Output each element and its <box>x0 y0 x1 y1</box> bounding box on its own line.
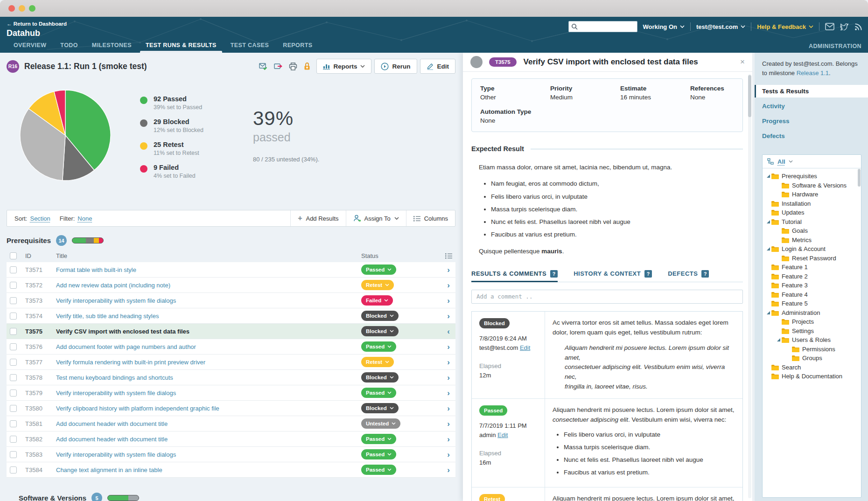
test-title-link[interactable]: Verify interoperability with system file… <box>56 390 361 397</box>
table-row-t3578[interactable]: T3578Test menu keyboard bindings and sho… <box>7 370 455 385</box>
chevron-right-icon[interactable]: › <box>447 389 450 397</box>
test-title-link[interactable]: Add document header with document title <box>56 420 361 427</box>
close-icon[interactable]: × <box>740 57 745 67</box>
chevron-right-icon[interactable]: › <box>447 451 450 459</box>
detail-tab-results-comments[interactable]: RESULTS & COMMENTS? <box>471 270 558 282</box>
tree-item-help-documentation[interactable]: Help & Documentation <box>763 372 861 381</box>
tree-item-feature-1[interactable]: Feature 1 <box>763 263 861 272</box>
tree-item-tutorial[interactable]: Tutorial <box>763 217 861 227</box>
row-checkbox[interactable] <box>10 328 17 335</box>
chevron-right-icon[interactable]: › <box>447 343 450 351</box>
row-checkbox[interactable] <box>10 374 17 381</box>
expand-caret[interactable] <box>765 311 771 315</box>
status-pill-untested[interactable]: Untested <box>361 418 400 429</box>
test-title-text[interactable]: Add document footer with page numbers an… <box>56 343 196 350</box>
test-title-link[interactable]: Format table with built-in style <box>56 266 361 273</box>
sort-value-link[interactable]: Section <box>30 215 50 222</box>
table-row-t3582[interactable]: T3582Add document header with document t… <box>7 431 455 447</box>
test-title-text[interactable]: Change text alignment in an inline table <box>56 466 162 473</box>
status-pill-blocked[interactable]: Blocked <box>361 403 399 413</box>
status-pill-blocked[interactable]: Blocked <box>361 311 399 321</box>
table-row-t3577[interactable]: T3577Verify formula rendering with built… <box>7 355 455 370</box>
tree-item-feature-5[interactable]: Feature 5 <box>763 299 861 308</box>
tree-item-installation[interactable]: Installation <box>763 199 861 209</box>
tree-scrollbar-thumb[interactable] <box>858 169 861 187</box>
test-title-link[interactable]: Add document header with document title <box>56 436 361 443</box>
filter-value-link[interactable]: None <box>77 215 92 222</box>
tree-item-groups[interactable]: Groups <box>763 354 861 363</box>
status-pill-blocked[interactable]: Blocked <box>479 318 510 328</box>
sidebar-item-defects[interactable]: Defects <box>755 130 868 142</box>
email-icon[interactable] <box>825 23 834 30</box>
expand-caret-icon[interactable] <box>766 311 770 315</box>
administration-link[interactable]: ADMINISTRATION <box>809 43 861 49</box>
chevron-right-icon[interactable]: › <box>447 374 450 382</box>
status-pill-blocked[interactable]: Blocked <box>361 372 399 383</box>
test-title-link[interactable]: Verify interoperability with system file… <box>56 297 361 304</box>
help-icon[interactable]: ? <box>701 270 709 278</box>
row-checkbox[interactable] <box>10 390 17 397</box>
test-title-text[interactable]: Test menu keyboard bindings and shortcut… <box>56 374 173 381</box>
email-notification-icon[interactable] <box>259 63 268 70</box>
chevron-right-icon[interactable]: › <box>447 466 450 474</box>
tree-item-administration[interactable]: Administration <box>763 308 861 318</box>
status-pill-retest[interactable]: Retest <box>361 357 394 367</box>
test-title-link[interactable]: Add document footer with page numbers an… <box>56 343 361 350</box>
table-row-t3573[interactable]: T3573Verify interoperability with system… <box>7 293 455 308</box>
table-row-t3571[interactable]: T3571Format table with built-in stylePas… <box>7 262 455 278</box>
test-title-text[interactable]: Verify formula rendering with built-in p… <box>56 359 205 366</box>
test-title-text[interactable]: Verify interoperability with system file… <box>56 451 176 458</box>
table-row-t3574[interactable]: T3574Verify title, sub title and heading… <box>7 308 455 324</box>
table-row-t3576[interactable]: T3576Add document footer with page numbe… <box>7 339 455 355</box>
edit-link[interactable]: Edit <box>520 344 530 351</box>
tree-item-hardware[interactable]: Hardware <box>763 190 861 199</box>
lock-icon[interactable] <box>303 62 311 70</box>
status-pill-blocked[interactable]: Blocked <box>361 326 399 336</box>
status-pill-failed[interactable]: Failed <box>361 295 393 306</box>
tree-item-software-versions[interactable]: Software & Versions <box>763 181 861 190</box>
table-row-t3584[interactable]: T3584Change text alignment in an inline … <box>7 462 455 478</box>
tab-overview[interactable]: OVERVIEW <box>7 40 53 53</box>
test-title-text[interactable]: Format table with built-in style <box>56 266 136 273</box>
chevron-right-icon[interactable]: › <box>447 281 450 289</box>
table-row-t3572[interactable]: T3572Add new review data point (includin… <box>7 278 455 293</box>
row-checkbox[interactable] <box>10 282 17 289</box>
tree-item-permissions[interactable]: Permissions <box>763 345 861 354</box>
expand-caret[interactable] <box>765 220 771 224</box>
tree-item-reset-password[interactable]: Reset Password <box>763 254 861 263</box>
chevron-right-icon[interactable]: › <box>447 358 450 366</box>
status-pill-retest[interactable]: Retest <box>479 494 505 501</box>
expand-caret[interactable] <box>765 174 771 178</box>
status-pill-retest[interactable]: Retest <box>361 280 394 290</box>
list-settings-icon[interactable] <box>445 253 452 259</box>
edit-link[interactable]: Edit <box>497 431 508 438</box>
reports-button[interactable]: Reports <box>316 59 371 74</box>
tree-item-login-account[interactable]: Login & Account <box>763 244 861 254</box>
tree-item-updates[interactable]: Updates <box>763 208 861 217</box>
user-menu[interactable]: test@test.com <box>696 23 745 30</box>
test-title-text[interactable]: Add document header with document title <box>56 436 168 443</box>
edit-button[interactable]: Edit <box>420 59 456 74</box>
tab-todo[interactable]: TODO <box>53 40 84 53</box>
tree-item-metrics[interactable]: Metrics <box>763 236 861 245</box>
scrollbar-thumb[interactable] <box>748 75 751 117</box>
minimize-window-button[interactable] <box>19 5 25 12</box>
sidebar-item-progress[interactable]: Progress <box>755 115 868 127</box>
print-icon[interactable] <box>289 63 297 70</box>
test-title-text[interactable]: Verify title, sub title and heading styl… <box>56 313 159 320</box>
test-title-link[interactable]: Verify clipboard history with platform i… <box>56 405 361 412</box>
tab-reports[interactable]: REPORTS <box>276 40 319 53</box>
detail-tab-defects[interactable]: DEFECTS? <box>668 270 709 282</box>
row-checkbox[interactable] <box>10 466 17 473</box>
help-icon[interactable]: ? <box>550 270 558 278</box>
return-to-dashboard-link[interactable]: ← Return to Dashboard <box>7 21 67 27</box>
tree-item-prerequisites[interactable]: Prerequisites <box>763 172 861 181</box>
search-input[interactable] <box>568 21 637 32</box>
row-checkbox[interactable] <box>10 297 17 304</box>
test-title-text[interactable]: Add document header with document title <box>56 420 168 427</box>
row-checkbox[interactable] <box>10 451 17 458</box>
chevron-right-icon[interactable]: › <box>447 297 450 305</box>
select-all-checkbox[interactable] <box>10 252 17 259</box>
detail-tab-history-context[interactable]: HISTORY & CONTEXT? <box>574 270 652 282</box>
expand-caret-icon[interactable] <box>766 174 770 178</box>
